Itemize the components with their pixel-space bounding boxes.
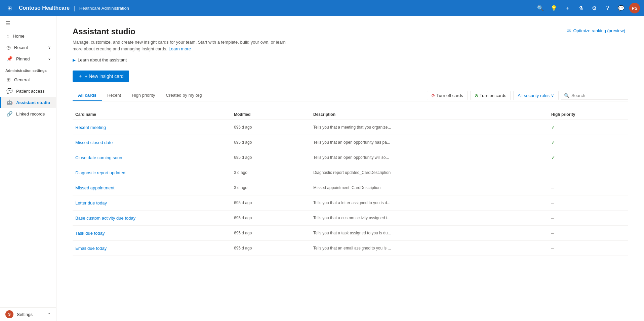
card-name-cell[interactable]: Recent meeting [73,125,231,130]
table-row[interactable]: Diagnostic report updated 3 d ago Diagno… [73,165,628,180]
settings-icon-btn[interactable]: ⚙ [589,3,600,13]
general-icon: ⊞ [6,77,11,83]
modified-cell: 695 d ago [231,215,311,221]
sidebar-item-patient-access[interactable]: 💬 Patient access [0,85,56,97]
optimize-ranking-button[interactable]: ⚖ Optimize ranking (preview) [564,27,628,35]
home-icon: ⌂ [6,33,9,39]
learn-more-link[interactable]: Learn more [168,46,191,51]
table-row[interactable]: Task due today 695 d ago Tells you that … [73,226,628,241]
modified-cell: 695 d ago [231,245,311,251]
optimize-icon: ⚖ [567,28,571,33]
pin-icon: 📌 [6,56,13,62]
sidebar-item-general[interactable]: ⊞ General [0,74,56,85]
description-cell: Tells you that a meeting that you organi… [311,125,549,130]
sidebar-item-recent[interactable]: ◷ Recent ∨ [0,42,56,53]
sidebar-item-patient-access-label: Patient access [16,89,45,94]
learn-section-label: Learn about the assistant [78,57,127,62]
table-row[interactable]: Letter due today 695 d ago Tells you tha… [73,195,628,211]
sidebar-item-home-label: Home [13,34,25,39]
table-header: Card name Modified Description High prio… [73,109,628,120]
card-name-cell[interactable]: Close date coming soon [73,155,231,160]
app-logo: Contoso Healthcare [19,5,70,11]
sidebar-item-recent-label: Recent [14,45,28,50]
description-cell: Tells you that an open opportunity will … [311,155,549,160]
card-name-cell[interactable]: Letter due today [73,200,231,205]
main-content: Assistant studio Manage, customize, and … [56,16,644,321]
plus-icon: ＋ [78,73,83,79]
recent-icon: ◷ [6,44,11,50]
turn-off-cards-button[interactable]: ⊘ Turn off cards [427,91,467,100]
card-name-cell[interactable]: Base custom activity due today [73,215,231,221]
chat-icon-btn[interactable]: 💬 [616,3,627,13]
table-row[interactable]: Close date coming soon 695 d ago Tells y… [73,150,628,165]
new-insight-card-button[interactable]: ＋ + New insight card [73,71,129,82]
turn-on-cards-button[interactable]: ⊙ Turn on cards [470,91,511,100]
topbar-subtitle: Healthcare Administration [79,6,129,11]
sidebar-item-pinned[interactable]: 📌 Pinned ∨ [0,53,56,64]
settings-label: Settings [17,312,33,317]
card-name-cell[interactable]: Email due today [73,245,231,251]
sidebar-item-assistant-studio[interactable]: 🤖 Assistant studio [0,97,56,108]
page-header-left: Assistant studio Manage, customize, and … [73,27,288,52]
topbar-icons: 🔍 💡 ＋ ⚗ ⚙ ? 💬 PS [535,3,640,13]
hamburger-icon[interactable]: ☰ [0,16,56,31]
description-cell: Tells you that an email assigned to you … [311,245,549,251]
table-body: Recent meeting 695 d ago Tells you that … [73,120,628,256]
topbar-divider: | [74,5,75,12]
high-priority-dash-icon: – [551,185,554,190]
sidebar-item-assistant-studio-label: Assistant studio [16,100,50,105]
search-box[interactable]: 🔍 [561,92,628,100]
description-cell: Tells you that a custom activity assigne… [311,215,549,221]
sidebar-item-home[interactable]: ⌂ Home [0,31,56,42]
description-cell: Diagnostic report updated_CardDescriptio… [311,170,549,175]
tab-high-priority[interactable]: High priority [126,90,160,101]
table-row[interactable]: Recent meeting 695 d ago Tells you that … [73,120,628,135]
high-priority-cell: ✓ [549,155,628,160]
new-card-btn-label: + New insight card [85,74,124,79]
tab-recent[interactable]: Recent [102,90,126,101]
pinned-chevron-icon: ∨ [48,57,51,61]
table-row[interactable]: Missed closed date 695 d ago Tells you t… [73,135,628,150]
search-input[interactable] [571,93,625,98]
security-roles-chevron-icon: ∨ [551,93,554,98]
assistant-studio-icon: 🤖 [6,99,13,105]
description-cell: Tells you that an open opportunity has p… [311,140,549,145]
table-row[interactable]: Email due today 695 d ago Tells you that… [73,241,628,256]
recent-chevron-icon: ∨ [48,45,51,50]
patient-access-icon: 💬 [6,88,13,94]
tab-all-cards[interactable]: All cards [73,90,102,101]
description-cell: Tells you that a letter assigned to you … [311,200,549,205]
tab-created-by-my-org[interactable]: Created by my org [160,90,207,101]
high-priority-check-icon: ✓ [551,155,555,160]
help-icon-btn[interactable]: ? [602,3,613,13]
card-name-cell[interactable]: Diagnostic report updated [73,170,231,175]
learn-assistant-section[interactable]: ▶ Learn about the assistant [73,57,628,62]
col-modified: Modified [231,112,311,117]
description-cell: Missed appointment_CardDescription [311,185,549,190]
lightbulb-icon-btn[interactable]: 💡 [549,3,559,13]
sidebar-bottom-settings[interactable]: S Settings ⌃ [0,307,56,321]
topbar: ⊞ Contoso Healthcare | Healthcare Admini… [0,0,644,16]
turn-on-icon: ⊙ [475,93,478,98]
high-priority-dash-icon: – [551,245,554,251]
high-priority-cell: – [549,170,628,175]
modified-cell: 695 d ago [231,140,311,145]
sidebar-item-linked-records[interactable]: 🔗 Linked records [0,108,56,120]
high-priority-dash-icon: – [551,170,554,175]
high-priority-cell: ✓ [549,140,628,145]
page-header: Assistant studio Manage, customize, and … [73,27,628,52]
grid-icon[interactable]: ⊞ [4,3,15,13]
col-high-priority: High priority [549,112,628,117]
table-row[interactable]: Missed appointment 3 d ago Missed appoin… [73,180,628,195]
add-icon-btn[interactable]: ＋ [562,3,573,13]
card-name-cell[interactable]: Task due today [73,230,231,236]
card-name-cell[interactable]: Missed closed date [73,140,231,145]
filter-icon-btn[interactable]: ⚗ [575,3,586,13]
turn-off-icon: ⊘ [431,93,435,98]
admin-section-label: Administration settings [0,64,56,74]
card-name-cell[interactable]: Missed appointment [73,185,231,190]
search-icon-btn[interactable]: 🔍 [535,3,546,13]
security-roles-button[interactable]: All security roles ∨ [513,91,559,100]
table-row[interactable]: Base custom activity due today 695 d ago… [73,211,628,226]
avatar[interactable]: PS [629,3,640,13]
